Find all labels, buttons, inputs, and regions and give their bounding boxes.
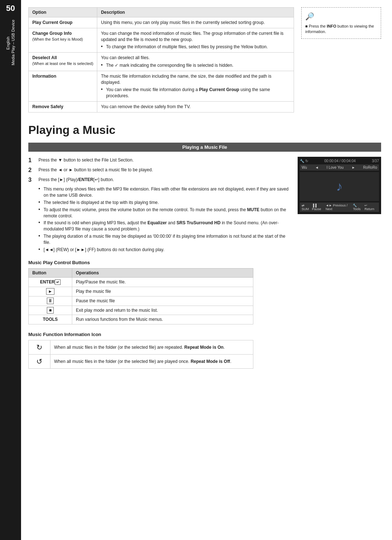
description-cell: You can deselect all files.The ✓ mark in… bbox=[97, 53, 294, 71]
nav-left: ◄ bbox=[315, 165, 319, 169]
top-section: Option Description Play Current GroupUsi… bbox=[28, 7, 381, 112]
step-text: Press the ▼ button to select the File Li… bbox=[38, 157, 134, 163]
option-cell: Change Group Info(When the Sort key is M… bbox=[29, 28, 97, 52]
page-number: 50 bbox=[6, 4, 15, 13]
music-play-control-title: Music Play Control Buttons bbox=[28, 260, 381, 265]
playing-file-header: Playing a Music File bbox=[28, 143, 381, 152]
track-next: RoRoRo bbox=[363, 165, 377, 169]
player-top-bar: 🔧 ↻ 00:00:04 / 00:04:04 3/37 bbox=[300, 159, 379, 163]
button-cell: ENTER↵ bbox=[29, 278, 72, 287]
step-number: 1 bbox=[28, 157, 35, 164]
music-function-info-title: Music Function Information Icon bbox=[28, 332, 381, 337]
sidebar: 50 English Media Play – USB Device bbox=[0, 0, 21, 540]
button-cell: ■ bbox=[29, 306, 72, 315]
operation-cell: Play/Pause the music file. bbox=[72, 278, 253, 287]
operation-cell: Run various functions from the Music men… bbox=[72, 315, 253, 324]
bullet-item: The selected file is displayed at the to… bbox=[38, 200, 290, 206]
bullet-item: If the sound is odd when playing MP3 fil… bbox=[38, 220, 290, 232]
step-number: 2 bbox=[28, 167, 35, 173]
info-box-text: ■ Press the INFO button to viewing the i… bbox=[305, 24, 374, 34]
ctrl-return: ↩ Return bbox=[364, 204, 377, 211]
description-cell: Using this menu, you can only play music… bbox=[97, 17, 294, 28]
playing-music-title: Playing a Music bbox=[28, 123, 381, 137]
step-item: 1Press the ▼ button to select the File L… bbox=[28, 157, 290, 164]
step-item: 3Press the [►] (Play)/ENTER[↵] button. bbox=[28, 176, 290, 183]
function-icon: ↺ bbox=[29, 355, 50, 369]
options-table: Option Description Play Current GroupUsi… bbox=[28, 7, 294, 112]
player-controls: ⇄ SUM ▐▐ Pause ◄► Previous / Next 🔧 Tool… bbox=[300, 202, 379, 212]
option-cell: Deselect All(When at least one file is s… bbox=[29, 53, 97, 71]
button-cell: II bbox=[29, 296, 72, 306]
option-cell: Play Current Group bbox=[29, 17, 97, 28]
step-item: 2Press the ◄ or ► button to select a mus… bbox=[28, 167, 290, 173]
control-table: Button Operations ENTER↵Play/Pause the m… bbox=[28, 268, 253, 324]
ctrl-col2-header: Operations bbox=[72, 269, 253, 278]
info-icon: 🔎 bbox=[305, 11, 377, 21]
ctrl-sum: ⇄ SUM bbox=[302, 204, 312, 211]
bullet-item: [◄◄] (REW) or [►►] (FF) buttons do not f… bbox=[38, 247, 290, 253]
button-cell: TOOLS bbox=[29, 315, 72, 324]
option-cell: Information bbox=[29, 71, 97, 101]
player-track-pos: 3/37 bbox=[372, 159, 379, 163]
music-note-icon: ♪ bbox=[336, 179, 343, 194]
col1-header: Option bbox=[29, 8, 97, 17]
content-with-preview: 1Press the ▼ button to select the File L… bbox=[28, 157, 381, 253]
operation-cell: Exit play mode and return to the music l… bbox=[72, 306, 253, 315]
description-cell: You can remove the device safely from th… bbox=[97, 101, 294, 112]
page-wrapper: 50 English Media Play – USB Device Optio… bbox=[0, 0, 392, 540]
step-text: Press the [►] (Play)/ENTER[↵] button. bbox=[38, 176, 114, 183]
bullet-item: This menu only shows files with the MP3 … bbox=[38, 186, 290, 199]
bullet-item: To adjust the music volume, press the vo… bbox=[38, 207, 290, 219]
nav-right: ► bbox=[352, 165, 355, 169]
track-prev: Wu bbox=[302, 165, 307, 169]
playing-section: Playing a Music Playing a Music File 1Pr… bbox=[28, 123, 381, 369]
description-cell: You can change the mood information of m… bbox=[97, 28, 294, 52]
operation-cell: Play the music file bbox=[72, 287, 253, 296]
col2-header: Description bbox=[97, 8, 294, 17]
ctrl-prev-next: ◄► Previous / Next bbox=[326, 204, 353, 211]
main-content: Option Description Play Current GroupUsi… bbox=[21, 0, 392, 540]
track-current: I Love You bbox=[327, 165, 344, 169]
player-preview: 🔧 ↻ 00:00:04 / 00:04:04 3/37 Wu ◄ I Love… bbox=[298, 157, 381, 214]
button-cell: ► bbox=[29, 287, 72, 296]
description-cell: The music file information including the… bbox=[97, 71, 294, 101]
function-icon: ↻ bbox=[29, 340, 50, 355]
player-time: 00:00:04 / 00:04:04 bbox=[324, 159, 356, 163]
step-number: 3 bbox=[28, 176, 35, 183]
function-description: When all music files in the folder (or t… bbox=[50, 355, 253, 369]
function-description: When all music files in the folder (or t… bbox=[50, 340, 253, 355]
icon-table: ↻When all music files in the folder (or … bbox=[28, 340, 253, 369]
ctrl-col1-header: Button bbox=[29, 269, 72, 278]
operation-cell: Pause the music file bbox=[72, 296, 253, 306]
player-album-art: ♪ bbox=[300, 172, 379, 201]
bullet-item: The playing duration of a music file may… bbox=[38, 233, 290, 246]
step-text: Press the ◄ or ► button to select a musi… bbox=[38, 167, 153, 173]
player-nav-bar: Wu ◄ I Love You ► RoRoRo bbox=[300, 164, 379, 171]
player-icon: 🔧 ↻ bbox=[300, 159, 308, 163]
ctrl-pause: ▐▐ Pause bbox=[312, 204, 326, 211]
info-box: 🔎 ■ Press the INFO button to viewing the… bbox=[301, 7, 381, 39]
option-cell: Remove Safely bbox=[29, 101, 97, 112]
sidebar-text: English Media Play – USB Device bbox=[5, 20, 16, 67]
ctrl-tools: 🔧 Tools bbox=[353, 204, 364, 211]
steps-section: 1Press the ▼ button to select the File L… bbox=[28, 157, 290, 253]
